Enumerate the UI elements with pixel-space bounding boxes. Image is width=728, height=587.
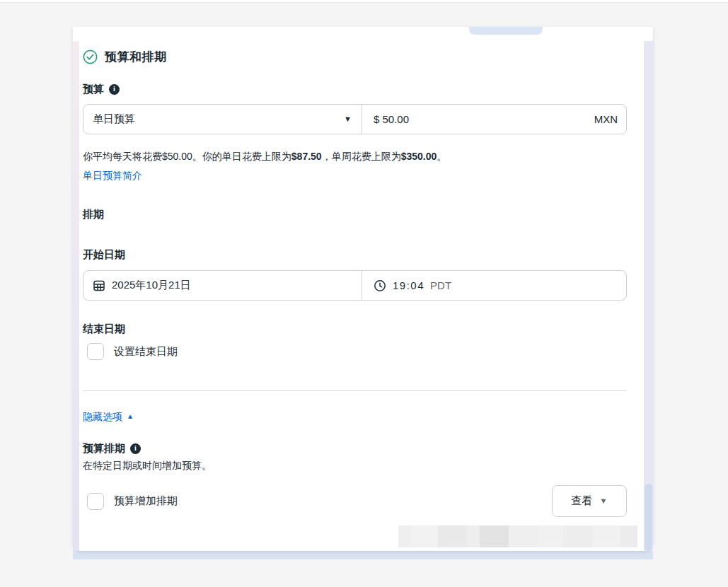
schedule-label: 排期: [83, 208, 104, 221]
link-label: 隐藏选项: [83, 410, 122, 423]
redacted-block: [563, 525, 592, 547]
budget-schedule-label: 预算排期: [83, 442, 125, 455]
schedule-label-row: 排期: [83, 208, 627, 221]
caret-down-icon: ▼: [600, 497, 608, 505]
link-label: 单日预算简介: [83, 169, 142, 182]
budget-schedule-label-row: 预算排期 i: [83, 442, 627, 455]
budget-amount-field[interactable]: $ 50.00 MXN: [362, 105, 626, 134]
redacted-block: [480, 525, 509, 547]
vertical-scrollbar-thumb[interactable]: [645, 484, 652, 551]
start-datetime-group: 2025年10月21日 19:04 PDT: [83, 270, 627, 301]
budget-label-row: 预算 i: [83, 83, 627, 95]
budget-input-group: 单日预算 ▼ $ 50.00 MXN: [83, 104, 627, 134]
redacted-block: [621, 525, 637, 547]
start-date-label: 开始日期: [83, 248, 125, 262]
desc-text: 。: [437, 151, 446, 162]
section-title: 预算和排期: [105, 49, 167, 65]
left-gradient-accent: [73, 41, 79, 551]
redacted-block: [411, 525, 438, 547]
end-date-label-row: 结束日期: [83, 322, 627, 335]
end-date-label: 结束日期: [83, 322, 125, 336]
budget-increase-checkbox[interactable]: [87, 493, 104, 510]
info-icon[interactable]: i: [130, 443, 141, 454]
end-date-checkbox-label: 设置结束日期: [114, 345, 178, 359]
caret-down-icon: ▼: [344, 115, 352, 123]
redacted-block: [592, 525, 621, 547]
info-icon[interactable]: i: [109, 84, 120, 95]
redacted-block: [538, 525, 563, 547]
redacted-block: [509, 525, 538, 547]
redacted-content: [398, 525, 637, 547]
start-time-field[interactable]: 19:04 PDT: [362, 271, 626, 300]
budget-increase-row: 预算增加排期 查看 ▼: [83, 485, 627, 517]
budget-description: 你平均每天将花费$50.00。你的单日花费上限为$87.50，单周花费上限为$3…: [83, 150, 627, 163]
budget-type-value: 单日预算: [93, 112, 135, 126]
daily-cap-value: $87.50: [291, 151, 322, 162]
start-time-value: 19:04: [393, 279, 424, 291]
desc-text: ，单周花费上限为: [322, 151, 401, 162]
redacted-block: [438, 525, 467, 547]
caret-up-icon: ▲: [127, 413, 134, 420]
start-date-value: 2025年10月21日: [112, 279, 191, 292]
section-header: 预算和排期: [83, 48, 627, 65]
budget-label: 预算: [83, 83, 104, 96]
start-date-field[interactable]: 2025年10月21日: [83, 271, 362, 300]
view-button-label: 查看: [572, 494, 593, 508]
budget-type-dropdown[interactable]: 单日预算 ▼: [83, 105, 362, 134]
end-date-checkbox[interactable]: [87, 343, 104, 360]
check-circle-icon: [83, 50, 98, 64]
section-divider: [83, 390, 627, 391]
weekly-cap-value: $350.00: [401, 151, 437, 162]
redacted-block: [467, 525, 480, 547]
horizontal-scrollbar[interactable]: [73, 551, 653, 559]
start-date-label-row: 开始日期: [83, 248, 627, 261]
hide-options-link[interactable]: 隐藏选项 ▲: [83, 410, 134, 423]
budget-amount-value: $ 50.00: [374, 113, 409, 125]
currency-code: MXN: [594, 113, 618, 125]
view-button[interactable]: 查看 ▼: [552, 485, 627, 517]
budget-increase-checkbox-label: 预算增加排期: [114, 494, 178, 508]
clock-icon: [374, 279, 386, 292]
redacted-block: [398, 525, 411, 547]
top-bar: [0, 0, 728, 3]
budget-increase-checkbox-row: 预算增加排期: [83, 491, 178, 512]
desc-text: 你平均每天将花费$50.00。你的单日花费上限为: [83, 151, 291, 162]
calendar-icon: [93, 279, 105, 292]
end-date-checkbox-row: 设置结束日期: [83, 341, 627, 362]
card-content: 预算和排期 预算 i 单日预算 ▼ $ 50.00 MXN 你平均每天将花费$5…: [83, 27, 627, 547]
timezone-label: PDT: [430, 279, 451, 291]
daily-budget-intro-link[interactable]: 单日预算简介: [83, 169, 142, 182]
vertical-scrollbar[interactable]: [644, 41, 653, 551]
budget-schedule-card: 预算和排期 预算 i 单日预算 ▼ $ 50.00 MXN 你平均每天将花费$5…: [73, 27, 653, 551]
budget-schedule-description: 在特定日期或时间增加预算。: [83, 459, 627, 472]
